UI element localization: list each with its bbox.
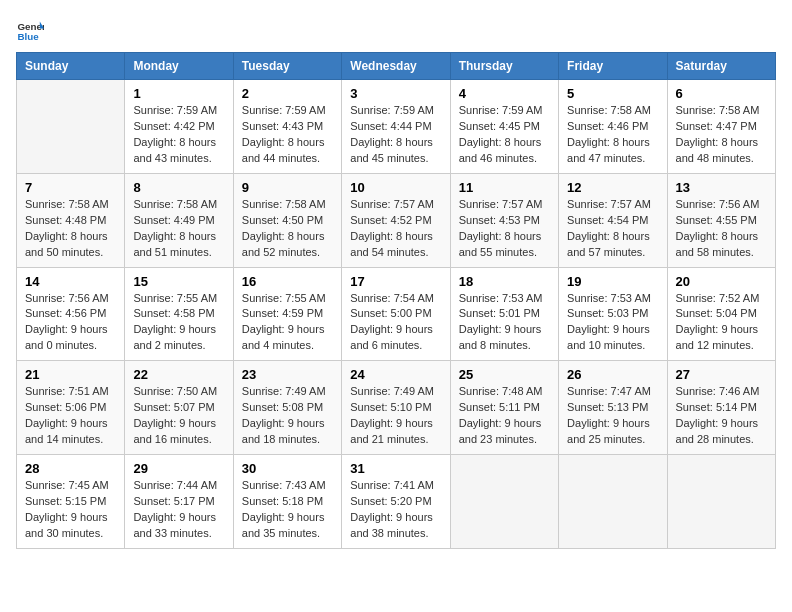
day-info-line: Daylight: 8 hours and 54 minutes. [350, 229, 441, 261]
header-wednesday: Wednesday [342, 53, 450, 80]
week-row-1: 1Sunrise: 7:59 AMSunset: 4:42 PMDaylight… [17, 80, 776, 174]
day-info-line: Sunrise: 7:59 AM [459, 103, 550, 119]
calendar-cell: 13Sunrise: 7:56 AMSunset: 4:55 PMDayligh… [667, 173, 775, 267]
day-info-line: Sunrise: 7:53 AM [567, 291, 658, 307]
logo-icon: General Blue [16, 16, 44, 44]
day-number: 8 [133, 180, 224, 195]
calendar-cell: 27Sunrise: 7:46 AMSunset: 5:14 PMDayligh… [667, 361, 775, 455]
calendar-cell [17, 80, 125, 174]
day-number: 7 [25, 180, 116, 195]
day-info-line: Sunset: 4:58 PM [133, 306, 224, 322]
day-number: 30 [242, 461, 333, 476]
calendar-cell: 17Sunrise: 7:54 AMSunset: 5:00 PMDayligh… [342, 267, 450, 361]
calendar-cell: 15Sunrise: 7:55 AMSunset: 4:58 PMDayligh… [125, 267, 233, 361]
day-number: 22 [133, 367, 224, 382]
calendar-cell: 21Sunrise: 7:51 AMSunset: 5:06 PMDayligh… [17, 361, 125, 455]
header-monday: Monday [125, 53, 233, 80]
day-info-line: Daylight: 9 hours and 10 minutes. [567, 322, 658, 354]
day-info-line: Sunrise: 7:43 AM [242, 478, 333, 494]
calendar-header-row: SundayMondayTuesdayWednesdayThursdayFrid… [17, 53, 776, 80]
day-info-line: Daylight: 8 hours and 47 minutes. [567, 135, 658, 167]
calendar-cell [667, 455, 775, 549]
calendar-cell [450, 455, 558, 549]
header-friday: Friday [559, 53, 667, 80]
week-row-2: 7Sunrise: 7:58 AMSunset: 4:48 PMDaylight… [17, 173, 776, 267]
calendar-cell: 24Sunrise: 7:49 AMSunset: 5:10 PMDayligh… [342, 361, 450, 455]
calendar-cell: 3Sunrise: 7:59 AMSunset: 4:44 PMDaylight… [342, 80, 450, 174]
day-info-line: Sunrise: 7:49 AM [350, 384, 441, 400]
day-info-line: Daylight: 9 hours and 4 minutes. [242, 322, 333, 354]
day-info-line: Sunrise: 7:51 AM [25, 384, 116, 400]
day-info-line: Daylight: 9 hours and 23 minutes. [459, 416, 550, 448]
calendar-table: SundayMondayTuesdayWednesdayThursdayFrid… [16, 52, 776, 549]
day-info-line: Daylight: 9 hours and 2 minutes. [133, 322, 224, 354]
day-info-line: Daylight: 9 hours and 18 minutes. [242, 416, 333, 448]
day-info-line: Daylight: 9 hours and 16 minutes. [133, 416, 224, 448]
page-header: General Blue [16, 16, 776, 44]
calendar-cell: 28Sunrise: 7:45 AMSunset: 5:15 PMDayligh… [17, 455, 125, 549]
day-info-line: Sunset: 4:43 PM [242, 119, 333, 135]
calendar-cell: 31Sunrise: 7:41 AMSunset: 5:20 PMDayligh… [342, 455, 450, 549]
day-number: 26 [567, 367, 658, 382]
day-number: 4 [459, 86, 550, 101]
day-info-line: Daylight: 8 hours and 55 minutes. [459, 229, 550, 261]
calendar-cell: 1Sunrise: 7:59 AMSunset: 4:42 PMDaylight… [125, 80, 233, 174]
day-info-line: Sunset: 4:56 PM [25, 306, 116, 322]
calendar-cell: 12Sunrise: 7:57 AMSunset: 4:54 PMDayligh… [559, 173, 667, 267]
day-info-line: Daylight: 8 hours and 44 minutes. [242, 135, 333, 167]
day-info-line: Sunset: 4:45 PM [459, 119, 550, 135]
day-number: 17 [350, 274, 441, 289]
day-info-line: Sunset: 5:13 PM [567, 400, 658, 416]
calendar-cell: 19Sunrise: 7:53 AMSunset: 5:03 PMDayligh… [559, 267, 667, 361]
day-info-line: Sunrise: 7:58 AM [676, 103, 767, 119]
day-number: 18 [459, 274, 550, 289]
day-info-line: Sunrise: 7:47 AM [567, 384, 658, 400]
day-info-line: Sunset: 5:15 PM [25, 494, 116, 510]
day-info-line: Sunrise: 7:57 AM [350, 197, 441, 213]
calendar-cell: 25Sunrise: 7:48 AMSunset: 5:11 PMDayligh… [450, 361, 558, 455]
day-info-line: Sunset: 5:07 PM [133, 400, 224, 416]
day-info-line: Sunrise: 7:59 AM [350, 103, 441, 119]
calendar-cell: 23Sunrise: 7:49 AMSunset: 5:08 PMDayligh… [233, 361, 341, 455]
day-number: 25 [459, 367, 550, 382]
day-info-line: Sunset: 5:04 PM [676, 306, 767, 322]
day-number: 21 [25, 367, 116, 382]
day-info-line: Sunrise: 7:49 AM [242, 384, 333, 400]
day-info-line: Sunset: 4:42 PM [133, 119, 224, 135]
day-info-line: Daylight: 9 hours and 14 minutes. [25, 416, 116, 448]
calendar-cell: 18Sunrise: 7:53 AMSunset: 5:01 PMDayligh… [450, 267, 558, 361]
day-info-line: Sunset: 4:46 PM [567, 119, 658, 135]
calendar-cell: 16Sunrise: 7:55 AMSunset: 4:59 PMDayligh… [233, 267, 341, 361]
calendar-cell [559, 455, 667, 549]
week-row-4: 21Sunrise: 7:51 AMSunset: 5:06 PMDayligh… [17, 361, 776, 455]
day-info-line: Daylight: 9 hours and 38 minutes. [350, 510, 441, 542]
day-info-line: Sunrise: 7:54 AM [350, 291, 441, 307]
day-info-line: Sunset: 4:59 PM [242, 306, 333, 322]
day-info-line: Sunset: 5:10 PM [350, 400, 441, 416]
day-info-line: Sunset: 4:48 PM [25, 213, 116, 229]
day-info-line: Sunrise: 7:45 AM [25, 478, 116, 494]
day-info-line: Sunrise: 7:52 AM [676, 291, 767, 307]
day-info-line: Sunset: 4:52 PM [350, 213, 441, 229]
calendar-cell: 10Sunrise: 7:57 AMSunset: 4:52 PMDayligh… [342, 173, 450, 267]
day-info-line: Sunset: 5:18 PM [242, 494, 333, 510]
day-number: 27 [676, 367, 767, 382]
calendar-cell: 30Sunrise: 7:43 AMSunset: 5:18 PMDayligh… [233, 455, 341, 549]
day-info-line: Sunset: 5:11 PM [459, 400, 550, 416]
day-info-line: Sunrise: 7:58 AM [242, 197, 333, 213]
week-row-5: 28Sunrise: 7:45 AMSunset: 5:15 PMDayligh… [17, 455, 776, 549]
day-info-line: Sunset: 5:00 PM [350, 306, 441, 322]
day-info-line: Sunrise: 7:56 AM [676, 197, 767, 213]
day-info-line: Sunrise: 7:58 AM [133, 197, 224, 213]
day-number: 29 [133, 461, 224, 476]
day-info-line: Sunset: 4:47 PM [676, 119, 767, 135]
calendar-cell: 5Sunrise: 7:58 AMSunset: 4:46 PMDaylight… [559, 80, 667, 174]
day-number: 12 [567, 180, 658, 195]
calendar-cell: 29Sunrise: 7:44 AMSunset: 5:17 PMDayligh… [125, 455, 233, 549]
day-info-line: Daylight: 8 hours and 46 minutes. [459, 135, 550, 167]
day-info-line: Daylight: 8 hours and 50 minutes. [25, 229, 116, 261]
day-number: 1 [133, 86, 224, 101]
day-info-line: Sunrise: 7:50 AM [133, 384, 224, 400]
day-info-line: Daylight: 9 hours and 0 minutes. [25, 322, 116, 354]
day-info-line: Sunrise: 7:56 AM [25, 291, 116, 307]
